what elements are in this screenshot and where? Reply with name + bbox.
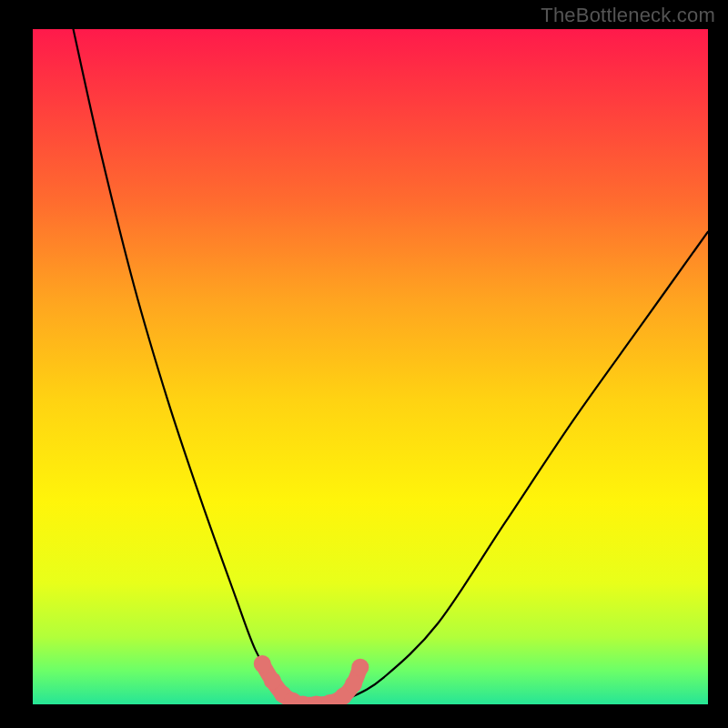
- valley-highlight-dot: [254, 655, 271, 672]
- valley-highlight-dot: [345, 675, 362, 693]
- plot-background: [33, 29, 708, 704]
- watermark-text: TheBottleneck.com: [541, 4, 715, 27]
- valley-highlight-dot: [351, 659, 369, 676]
- chart-frame: TheBottleneck.com: [0, 0, 728, 728]
- chart-svg: [0, 0, 728, 728]
